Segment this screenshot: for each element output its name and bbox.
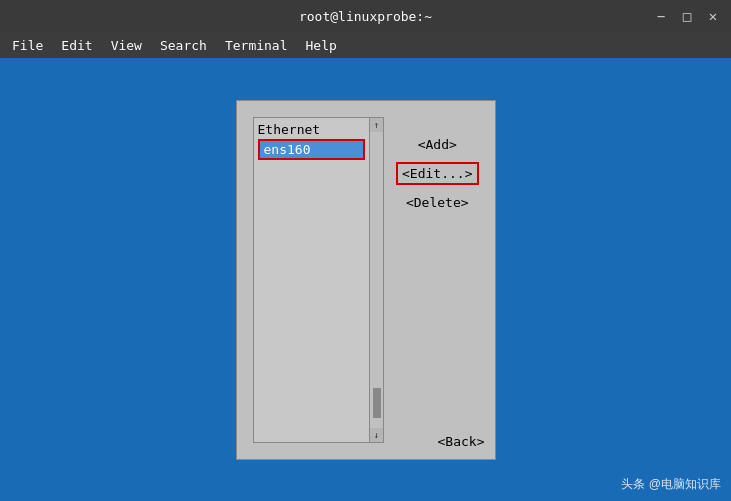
list-box: Ethernet ens160 ↑ ↓ [253,117,385,443]
delete-button[interactable]: <Delete> [396,195,478,210]
menu-terminal[interactable]: Terminal [217,36,296,55]
list-label: Ethernet [258,122,366,137]
scroll-up-arrow[interactable]: ↑ [374,118,379,132]
menu-view[interactable]: View [103,36,150,55]
right-panel: <Add> <Edit...> <Delete> [396,117,478,443]
menu-file[interactable]: File [4,36,51,55]
scrollbar[interactable]: ↑ ↓ [369,118,383,442]
window-controls: − □ ✕ [651,6,723,26]
title-bar: root@linuxprobe:~ − □ ✕ [0,0,731,32]
list-area: Ethernet ens160 [254,118,370,442]
add-button[interactable]: <Add> [396,137,478,152]
close-button[interactable]: ✕ [703,6,723,26]
menu-bar: File Edit View Search Terminal Help [0,32,731,58]
list-item-ens160[interactable]: ens160 [258,139,366,160]
minimize-button[interactable]: − [651,6,671,26]
menu-help[interactable]: Help [298,36,345,55]
network-dialog: Ethernet ens160 ↑ ↓ <Add> <Edit...> [236,100,496,460]
dialog-content: Ethernet ens160 ↑ ↓ <Add> <Edit...> [253,117,479,443]
watermark: 头条 @电脑知识库 [621,476,721,493]
scroll-track[interactable] [370,132,383,428]
scroll-down-arrow[interactable]: ↓ [374,428,379,442]
scroll-thumb[interactable] [373,388,381,418]
window-title: root@linuxprobe:~ [299,9,432,24]
edit-button[interactable]: <Edit...> [396,162,478,185]
maximize-button[interactable]: □ [677,6,697,26]
main-content: Ethernet ens160 ↑ ↓ <Add> <Edit...> [0,58,731,501]
menu-edit[interactable]: Edit [53,36,100,55]
back-button[interactable]: <Back> [438,434,485,449]
menu-search[interactable]: Search [152,36,215,55]
left-panel: Ethernet ens160 ↑ ↓ [253,117,385,443]
